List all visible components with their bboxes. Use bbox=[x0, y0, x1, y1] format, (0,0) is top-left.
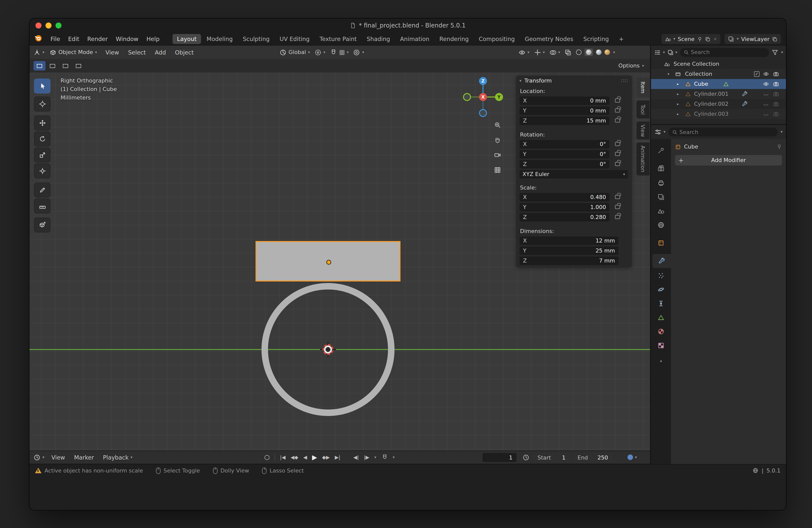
timeline-menu-view[interactable]: View bbox=[47, 454, 69, 461]
collapse-panel-icon[interactable]: ▾ bbox=[520, 79, 522, 83]
outliner-search-input[interactable] bbox=[691, 49, 766, 56]
wireframe-shading-button[interactable] bbox=[576, 49, 582, 55]
toggle-orthographic-button[interactable] bbox=[492, 164, 503, 176]
outliner-display-mode-selector[interactable]: ▾ bbox=[667, 49, 678, 55]
scene-name[interactable]: Scene bbox=[678, 36, 695, 42]
menu-window[interactable]: Window bbox=[112, 35, 143, 42]
expand-icon[interactable]: ▾ bbox=[667, 72, 669, 76]
select-box-tool-button[interactable] bbox=[34, 78, 50, 93]
outliner-search[interactable] bbox=[680, 48, 769, 57]
scale-tool-button[interactable] bbox=[34, 147, 50, 162]
menu-help[interactable]: Help bbox=[143, 35, 163, 42]
filter-funnel-icon[interactable] bbox=[771, 49, 779, 56]
chevron-down-icon[interactable]: ▾ bbox=[651, 354, 671, 368]
selected-cube-object[interactable] bbox=[256, 241, 401, 281]
lock-open-icon[interactable] bbox=[615, 205, 620, 209]
next-keyframe-button[interactable]: ◆▶ bbox=[322, 455, 330, 460]
workspace-tab-shading[interactable]: Shading bbox=[362, 34, 394, 44]
location-x-field[interactable]: X0 mm bbox=[520, 96, 609, 105]
transform-tool-button[interactable] bbox=[34, 163, 50, 178]
tab-modifier-properties-active[interactable] bbox=[652, 254, 671, 268]
npanel-tab-item[interactable]: Item bbox=[637, 77, 650, 98]
tab-physics-properties[interactable] bbox=[651, 282, 671, 296]
next-frame-button[interactable]: |▶ bbox=[364, 455, 369, 460]
scale-z-field[interactable]: Z0.280 bbox=[520, 213, 609, 221]
workspace-tab-modeling[interactable]: Modeling bbox=[202, 34, 237, 44]
workspace-tab-texture-paint[interactable]: Texture Paint bbox=[315, 34, 361, 44]
mode-selector[interactable]: Object Mode ▾ bbox=[49, 49, 97, 56]
neg-y-axis-ball[interactable] bbox=[463, 93, 471, 101]
dimensions-z-field[interactable]: Z7 mm bbox=[520, 256, 619, 265]
viewport-navigation-gizmo[interactable]: Z Y X bbox=[460, 73, 509, 122]
select-mode-intersect-button[interactable] bbox=[72, 61, 85, 71]
new-scene-icon[interactable] bbox=[705, 36, 710, 42]
select-mode-new-button[interactable] bbox=[33, 61, 45, 71]
properties-search[interactable] bbox=[668, 128, 778, 136]
blender-logo-icon[interactable] bbox=[29, 34, 46, 44]
add-modifier-button[interactable]: + Add Modifier bbox=[675, 155, 782, 165]
playback-sync-dropdown[interactable]: ▾ bbox=[627, 455, 637, 460]
npanel-tab-view[interactable]: View bbox=[637, 121, 650, 140]
tab-view-layer-properties[interactable] bbox=[651, 190, 671, 204]
drag-handle-icon[interactable]: ∷∷ bbox=[621, 78, 628, 84]
workspace-tab-sculpting[interactable]: Sculpting bbox=[238, 34, 274, 44]
expand-icon[interactable]: ▸ bbox=[677, 112, 679, 116]
lock-open-icon[interactable] bbox=[615, 99, 620, 103]
timeline-editor-selector[interactable]: ▾ bbox=[33, 454, 44, 461]
proportional-editing-toggle[interactable]: ▾ bbox=[353, 49, 364, 56]
timeline-menu-marker[interactable]: Marker bbox=[70, 454, 98, 461]
disable-render-camera-icon[interactable] bbox=[773, 91, 779, 97]
outliner-editor-selector[interactable]: ▾ bbox=[654, 49, 665, 56]
jump-to-start-button[interactable]: |◀ bbox=[280, 455, 286, 460]
pan-view-button[interactable] bbox=[492, 134, 503, 146]
move-tool-button[interactable] bbox=[34, 116, 50, 131]
workspace-tab-layout[interactable]: Layout bbox=[173, 34, 201, 44]
jump-to-end-button[interactable]: ▶| bbox=[335, 455, 340, 460]
show-gizmo-toggle[interactable]: ▾ bbox=[534, 49, 545, 56]
new-view-layer-icon[interactable] bbox=[772, 36, 778, 42]
outliner-row-scene-collection[interactable]: Scene Collection bbox=[651, 59, 786, 69]
camera-view-button[interactable] bbox=[492, 149, 503, 161]
hide-eye-icon[interactable] bbox=[763, 111, 769, 117]
workspace-tab-animation[interactable]: Animation bbox=[395, 34, 434, 44]
tab-scene-properties[interactable] bbox=[651, 204, 671, 218]
disable-render-camera-icon[interactable] bbox=[773, 111, 779, 117]
tab-object-properties[interactable] bbox=[651, 236, 671, 250]
measure-tool-button[interactable] bbox=[34, 199, 50, 214]
expand-icon[interactable]: ▸ bbox=[677, 92, 679, 96]
lock-open-icon[interactable] bbox=[615, 118, 620, 122]
properties-search-input[interactable] bbox=[680, 129, 774, 135]
chevron-down-icon[interactable]: ▾ bbox=[613, 50, 615, 54]
prev-frame-button[interactable]: ◀| bbox=[353, 455, 359, 460]
disable-render-camera-icon[interactable] bbox=[773, 101, 779, 107]
dimensions-y-field[interactable]: Y25 mm bbox=[520, 246, 619, 255]
zoom-view-button[interactable] bbox=[492, 119, 503, 131]
rotation-z-field[interactable]: Z0° bbox=[520, 160, 609, 168]
rotation-y-field[interactable]: Y0° bbox=[520, 150, 609, 158]
workspace-tab-scripting[interactable]: Scripting bbox=[579, 34, 613, 44]
view-layer-selector[interactable]: ▾ ViewLayer bbox=[725, 34, 781, 44]
outliner-row-collection[interactable]: ▾ Collection ✓ bbox=[651, 69, 786, 79]
row-label[interactable]: Cylinder.001 bbox=[694, 91, 728, 97]
z-axis-ball[interactable]: Z bbox=[479, 77, 487, 85]
viewport-menu-object[interactable]: Object bbox=[172, 49, 197, 56]
outliner-row-cylinder-001[interactable]: ▸ Cylinder.001 bbox=[651, 89, 786, 99]
prev-keyframe-button[interactable]: ◀◆ bbox=[290, 455, 298, 460]
menu-file[interactable]: File bbox=[46, 35, 64, 42]
pin-icon[interactable] bbox=[777, 144, 782, 149]
chevron-down-icon[interactable]: ▾ bbox=[374, 455, 376, 459]
npanel-tab-animation[interactable]: Animation bbox=[637, 143, 650, 176]
workspace-tab-rendering[interactable]: Rendering bbox=[435, 34, 473, 44]
y-axis-ball[interactable]: Y bbox=[495, 93, 503, 101]
show-overlays-toggle[interactable]: ▾ bbox=[549, 49, 560, 56]
properties-editor-selector[interactable]: ▾ bbox=[654, 129, 666, 135]
workspace-tab-geometry-nodes[interactable]: Geometry Nodes bbox=[520, 34, 578, 44]
hide-eye-icon[interactable] bbox=[763, 71, 769, 77]
play-button[interactable]: ▶ bbox=[312, 454, 317, 461]
disable-render-camera-icon[interactable] bbox=[773, 81, 779, 87]
workspace-tab-compositing[interactable]: Compositing bbox=[474, 34, 519, 44]
tab-output-properties[interactable] bbox=[651, 176, 671, 190]
workspace-tab-uv-editing[interactable]: UV Editing bbox=[275, 34, 314, 44]
transform-panel-header[interactable]: ▾ Transform ∷∷ bbox=[516, 75, 632, 86]
pin-icon[interactable] bbox=[697, 36, 702, 42]
